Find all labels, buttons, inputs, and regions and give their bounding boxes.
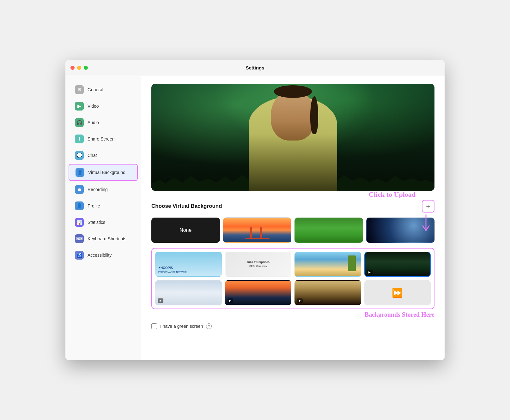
video-cam-icon-sunset: ▶ bbox=[228, 298, 233, 303]
stored-annotation: Backgrounds Stored Here bbox=[365, 311, 434, 318]
person-head bbox=[271, 90, 315, 141]
general-icon: ⚙ bbox=[75, 85, 84, 94]
upload-annotation: Click to Upload bbox=[369, 190, 416, 199]
settings-window: Settings ⚙ General ▶ Video 🎧 Audio ⬆ Sha… bbox=[65, 60, 445, 360]
palm-tree bbox=[348, 255, 356, 271]
plus-icon: ＋ bbox=[425, 201, 432, 211]
bg-grass[interactable] bbox=[294, 218, 363, 243]
profile-icon: 👤 bbox=[75, 201, 84, 210]
green-screen-checkbox[interactable] bbox=[151, 323, 157, 329]
bg-tunnel[interactable]: ▶ bbox=[294, 280, 361, 305]
sidebar: ⚙ General ▶ Video 🎧 Audio ⬆ Share Screen… bbox=[65, 76, 141, 360]
sidebar-item-chat[interactable]: 💬 Chat bbox=[69, 147, 138, 163]
sidebar-label-video: Video bbox=[88, 104, 99, 109]
virtual-background-icon: 👤 bbox=[76, 168, 84, 177]
video-cam-icon-aurora: ▶ bbox=[367, 270, 373, 274]
chat-icon: 💬 bbox=[75, 151, 84, 160]
video-cam-icon-tunnel: ▶ bbox=[297, 298, 303, 303]
traffic-lights bbox=[70, 66, 88, 70]
bg-snow[interactable]: ▶ bbox=[155, 280, 222, 305]
sidebar-item-accessibility[interactable]: ♿ Accessibility bbox=[69, 247, 138, 263]
stored-backgrounds: ∧HOOPISPERFORMANCE NETWORK Julia Enterpr… bbox=[151, 248, 434, 309]
bg-golden-gate[interactable] bbox=[223, 218, 292, 243]
sidebar-item-profile[interactable]: 👤 Profile bbox=[69, 198, 138, 214]
accessibility-icon: ♿ bbox=[75, 251, 84, 260]
person-hair-side bbox=[310, 96, 318, 134]
bg-hoopis[interactable]: ∧HOOPISPERFORMANCE NETWORK bbox=[155, 252, 222, 277]
sidebar-item-share-screen[interactable]: ⬆ Share Screen bbox=[69, 131, 138, 147]
background-row3: ▶ ▶ ▶ bbox=[155, 280, 431, 305]
sidebar-label-share-screen: Share Screen bbox=[88, 136, 115, 141]
audio-icon: 🎧 bbox=[75, 118, 84, 127]
hoopis-text: ∧HOOPISPERFORMANCE NETWORK bbox=[158, 266, 187, 274]
sidebar-label-statistics: Statistics bbox=[88, 220, 105, 225]
sidebar-label-profile: Profile bbox=[88, 203, 100, 208]
choose-title: Choose Virtual Background bbox=[151, 203, 222, 209]
sidebar-label-audio: Audio bbox=[88, 120, 99, 125]
sidebar-label-recording: Recording bbox=[88, 187, 108, 192]
person-hair-top bbox=[274, 85, 312, 98]
video-cam-icon-snow: ▶ bbox=[158, 298, 163, 303]
background-row1: None bbox=[151, 218, 434, 243]
sidebar-item-recording[interactable]: ⏺ Recording bbox=[69, 182, 138, 197]
bg-aurora[interactable]: ▶ bbox=[364, 252, 431, 277]
video-icon: ▶ bbox=[75, 102, 84, 111]
bg-none[interactable]: None bbox=[151, 218, 220, 243]
sidebar-label-general: General bbox=[88, 87, 103, 92]
sidebar-label-accessibility: Accessibility bbox=[88, 253, 112, 258]
green-screen-row: I have a green screen ? bbox=[151, 323, 434, 329]
bg-earth[interactable] bbox=[366, 218, 435, 243]
sidebar-item-audio[interactable]: 🎧 Audio bbox=[69, 115, 138, 130]
maximize-button[interactable] bbox=[84, 66, 88, 70]
sidebar-item-statistics[interactable]: 📊 Statistics bbox=[69, 214, 138, 230]
titlebar: Settings bbox=[65, 60, 445, 76]
choose-header: Choose Virtual Background Click to Uploa… bbox=[151, 200, 434, 213]
stored-section-wrapper: ∧HOOPISPERFORMANCE NETWORK Julia Enterpr… bbox=[151, 248, 434, 318]
green-screen-label: I have a green screen bbox=[160, 324, 203, 329]
sidebar-label-virtual-background: Virtual Background bbox=[88, 170, 125, 175]
bg-placeholder[interactable]: ⏩ bbox=[364, 280, 431, 305]
sidebar-label-keyboard-shortcuts: Keyboard Shortcuts bbox=[88, 236, 126, 241]
person-preview bbox=[239, 90, 347, 191]
bg-julia[interactable]: Julia EnterprisesCEO, Company bbox=[225, 252, 292, 277]
main-panel: Choose Virtual Background Click to Uploa… bbox=[141, 76, 445, 360]
window-title: Settings bbox=[246, 65, 264, 70]
share-screen-icon: ⬆ bbox=[75, 135, 84, 143]
background-row2: ∧HOOPISPERFORMANCE NETWORK Julia Enterpr… bbox=[155, 252, 431, 277]
sidebar-item-video[interactable]: ▶ Video bbox=[69, 98, 138, 114]
placeholder-icon: ⏩ bbox=[392, 288, 403, 298]
minimize-button[interactable] bbox=[77, 66, 81, 70]
stored-annotation-wrapper: Backgrounds Stored Here bbox=[151, 311, 434, 318]
sidebar-label-chat: Chat bbox=[88, 153, 97, 158]
upload-button[interactable]: ＋ bbox=[422, 200, 434, 213]
sidebar-item-virtual-background[interactable]: 👤 Virtual Background bbox=[69, 164, 138, 181]
sidebar-item-general[interactable]: ⚙ General bbox=[69, 82, 138, 98]
keyboard-shortcuts-icon: ⌨ bbox=[75, 234, 84, 243]
recording-icon: ⏺ bbox=[75, 185, 84, 194]
statistics-icon: 📊 bbox=[75, 218, 84, 227]
main-content: ⚙ General ▶ Video 🎧 Audio ⬆ Share Screen… bbox=[65, 76, 445, 360]
bg-sunset[interactable]: ▶ bbox=[225, 280, 292, 305]
julia-text: Julia EnterprisesCEO, Company bbox=[246, 261, 270, 268]
video-preview bbox=[151, 84, 434, 191]
none-label: None bbox=[179, 227, 191, 233]
bg-beach[interactable] bbox=[294, 252, 361, 277]
close-button[interactable] bbox=[70, 66, 75, 70]
sidebar-item-keyboard-shortcuts[interactable]: ⌨ Keyboard Shortcuts bbox=[69, 231, 138, 247]
help-icon[interactable]: ? bbox=[206, 323, 212, 329]
